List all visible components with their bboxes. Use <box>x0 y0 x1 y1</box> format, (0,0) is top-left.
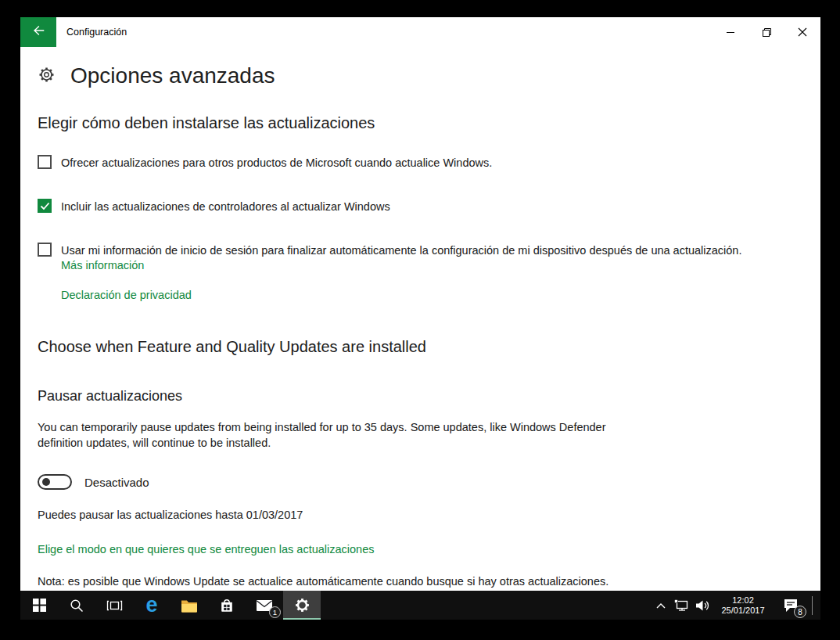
checkbox-label: Ofrecer actualizaciones para otros produ… <box>61 155 492 170</box>
more-info-link[interactable]: Más información <box>61 259 144 271</box>
mail-badge: 1 <box>269 606 281 618</box>
search-icon <box>70 599 84 613</box>
page-header: Opciones avanzadas <box>38 61 275 91</box>
clock-date: 25/01/2017 <box>713 606 773 616</box>
pause-toggle[interactable] <box>38 474 72 490</box>
checkbox-label: Incluir las actualizaciones de controlad… <box>61 199 390 214</box>
settings-gear-icon <box>294 597 311 613</box>
start-button[interactable] <box>20 591 58 620</box>
chevron-up-icon <box>655 602 666 609</box>
notification-badge: 8 <box>794 606 806 618</box>
volume-button[interactable] <box>691 591 713 620</box>
note-text: Nota: es posible que Windows Update se a… <box>38 575 608 588</box>
pause-description: You can temporarily pause updates from b… <box>38 419 632 451</box>
clock-time: 12:02 <box>713 595 773 606</box>
checkbox-driver-updates[interactable] <box>38 199 52 213</box>
back-arrow-icon <box>31 23 46 41</box>
store-button[interactable] <box>208 591 246 620</box>
checkbox-label: Usar mi información de inicio de sesión … <box>61 243 741 257</box>
updates-section-heading: Choose when Feature and Quality Updates … <box>38 338 426 356</box>
show-desktop-button[interactable] <box>816 591 819 620</box>
window-title: Configuración <box>66 17 127 47</box>
checkbox-row-sign-in-info: Usar mi información de inicio de sesión … <box>38 243 741 257</box>
action-center-button[interactable]: 8 <box>773 591 809 620</box>
restore-button[interactable] <box>748 17 784 47</box>
restore-icon <box>762 27 772 38</box>
back-button[interactable] <box>20 17 56 47</box>
settings-window: Configuración <box>20 17 820 591</box>
pause-updates-heading: Pausar actualizaciones <box>38 388 182 404</box>
delivery-options-link[interactable]: Elige el modo en que quieres que se entr… <box>38 543 374 556</box>
minimize-button[interactable] <box>713 17 748 47</box>
toggle-state-label: Desactivado <box>84 476 149 489</box>
hidden-icons-button[interactable] <box>651 591 671 620</box>
task-view-button[interactable] <box>95 591 133 620</box>
toggle-knob <box>42 478 50 486</box>
settings-button-active[interactable] <box>283 591 321 620</box>
gear-icon <box>38 66 56 87</box>
window-controls <box>713 17 820 47</box>
edge-button[interactable]: e <box>133 591 171 620</box>
privacy-statement-link[interactable]: Declaración de privacidad <box>61 289 192 301</box>
search-button[interactable] <box>58 591 95 620</box>
system-tray: 12:02 25/01/2017 8 <box>651 591 820 620</box>
task-view-icon <box>106 599 123 613</box>
pause-until-text: Puedes pausar las actualizaciones hasta … <box>38 509 303 521</box>
close-button[interactable] <box>784 17 820 47</box>
volume-icon <box>695 599 710 612</box>
clock[interactable]: 12:02 25/01/2017 <box>713 595 773 616</box>
check-icon <box>40 202 50 210</box>
store-icon <box>219 597 235 613</box>
taskbar: e <box>20 591 820 620</box>
checkbox-row-other-products: Ofrecer actualizaciones para otros produ… <box>38 155 492 170</box>
network-icon <box>673 599 689 612</box>
checkbox-row-driver-updates: Incluir las actualizaciones de controlad… <box>38 199 390 214</box>
taskbar-apps: e <box>20 591 321 620</box>
mail-button[interactable]: 1 <box>246 591 283 620</box>
install-section-heading: Elegir cómo deben instalarse las actuali… <box>38 114 375 132</box>
taskbar-divider <box>812 596 813 615</box>
screen: Configuración <box>20 17 820 620</box>
file-explorer-button[interactable] <box>171 591 208 620</box>
windows-logo-icon <box>33 599 46 612</box>
checkbox-sign-in-info[interactable] <box>38 243 52 257</box>
checkbox-other-products[interactable] <box>38 155 52 169</box>
file-explorer-icon <box>181 599 198 613</box>
minimize-icon <box>726 27 735 37</box>
page-title: Opciones avanzadas <box>70 63 275 88</box>
titlebar: Configuración <box>20 17 820 47</box>
edge-icon: e <box>145 595 157 616</box>
pause-toggle-row: Desactivado <box>38 474 149 490</box>
network-button[interactable] <box>671 591 691 620</box>
close-icon <box>798 27 807 37</box>
